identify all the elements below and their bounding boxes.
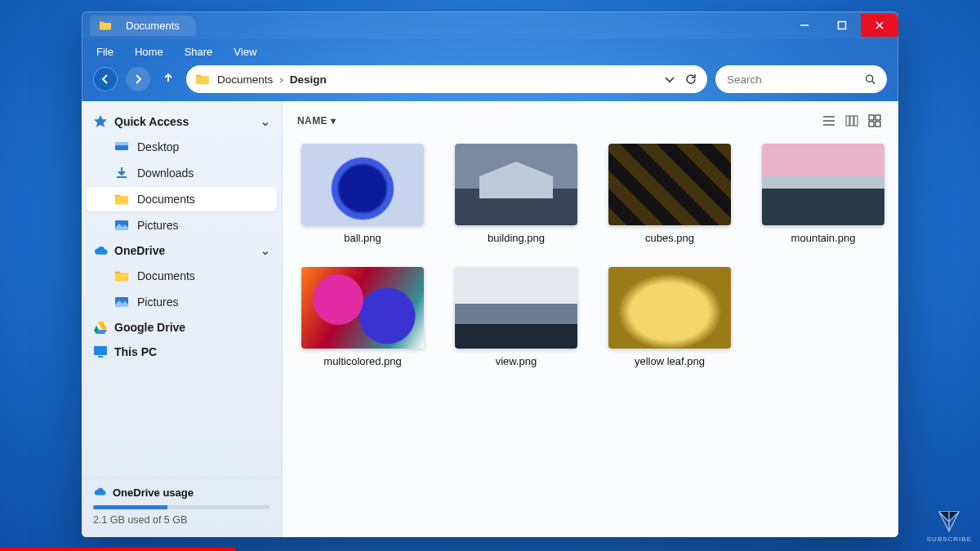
video-progress-bar[interactable] (0, 548, 235, 551)
menubar: File Home Share View (82, 39, 898, 64)
file-item[interactable]: ball.png (297, 144, 428, 244)
svg-rect-12 (875, 115, 880, 120)
window-title: Documents (126, 20, 180, 32)
file-name: mountain.png (791, 232, 856, 244)
sidebar: Quick Access ⌄ Desktop Downloads Documen… (82, 101, 283, 537)
sidebar-item-label: Pictures (137, 219, 179, 232)
content-header: NAME ▾ (297, 109, 884, 132)
menu-file[interactable]: File (96, 46, 114, 58)
sort-label: NAME (297, 115, 327, 127)
file-item[interactable]: mountain.png (758, 144, 889, 244)
sidebar-item-pictures[interactable]: Pictures (87, 213, 277, 238)
file-name: view.png (496, 355, 537, 367)
search-box[interactable] (715, 65, 887, 93)
sidebar-item-onedrive-documents[interactable]: Documents (87, 264, 277, 288)
channel-watermark[interactable]: SUBSCRIBE (927, 509, 972, 543)
menu-share[interactable]: Share (185, 46, 213, 58)
file-item[interactable]: cubes.png (604, 144, 735, 244)
svg-point-1 (866, 75, 873, 82)
file-thumbnail (301, 267, 424, 349)
svg-rect-8 (846, 116, 849, 126)
file-item[interactable]: multicolored.png (297, 267, 428, 367)
window-title-tab[interactable]: Documents (90, 16, 196, 36)
sidebar-item-google-drive[interactable]: Google Drive (82, 315, 282, 340)
sidebar-item-this-pc[interactable]: This PC (82, 340, 282, 364)
svg-rect-11 (869, 115, 874, 120)
maximize-button[interactable] (823, 14, 861, 37)
chevron-down-icon[interactable]: ⌄ (261, 244, 270, 257)
svg-rect-9 (850, 116, 853, 126)
file-name: ball.png (344, 232, 381, 244)
minimize-button[interactable] (786, 14, 823, 37)
file-thumbnail (455, 144, 577, 225)
file-grid: ball.png building.png cubes.png mountain… (297, 132, 884, 367)
sidebar-item-downloads[interactable]: Downloads (87, 161, 277, 185)
monitor-icon (93, 344, 108, 359)
file-name: yellow leaf.png (635, 355, 705, 367)
file-thumbnail (455, 267, 577, 349)
usage-text: 2.1 GB used of 5 GB (93, 514, 270, 526)
file-thumbnail (762, 144, 884, 225)
nav-forward-button[interactable] (126, 67, 150, 91)
file-thumbnail (608, 144, 731, 225)
sidebar-item-label: Documents (137, 269, 195, 282)
content-area: NAME ▾ ball.png building.png cubes.png m… (283, 101, 898, 537)
sidebar-group-onedrive[interactable]: OneDrive ⌄ (82, 238, 282, 263)
download-icon (114, 166, 129, 180)
breadcrumb-leaf[interactable]: Design (290, 73, 327, 86)
arrow-right-icon (131, 73, 145, 86)
file-thumbnail (608, 267, 731, 349)
breadcrumb-root[interactable]: Documents (217, 73, 273, 86)
watermark-label: SUBSCRIBE (927, 535, 972, 543)
cloud-icon (93, 243, 108, 258)
refresh-icon[interactable] (684, 73, 697, 86)
search-input[interactable] (727, 73, 865, 86)
svg-rect-0 (839, 22, 846, 29)
menu-home[interactable]: Home (135, 46, 163, 58)
svg-rect-10 (854, 116, 858, 126)
sort-by-name[interactable]: NAME ▾ (297, 115, 336, 127)
view-grid-button[interactable] (866, 113, 884, 129)
explorer-body: Quick Access ⌄ Desktop Downloads Documen… (82, 101, 898, 537)
chevron-right-icon: › (279, 73, 283, 86)
svg-rect-14 (875, 122, 880, 127)
close-button[interactable] (861, 14, 898, 37)
cloud-icon (93, 487, 106, 499)
sidebar-label: Quick Access (114, 115, 189, 128)
sidebar-item-label: Pictures (137, 295, 179, 309)
file-explorer-window: Documents File Home Share View Documents… (82, 11, 898, 537)
sidebar-label: This PC (114, 345, 157, 358)
sidebar-footer: OneDrive usage 2.1 GB used of 5 GB (82, 478, 282, 537)
arrow-up-icon (162, 71, 175, 84)
chevron-down-icon[interactable] (663, 73, 676, 86)
svg-rect-6 (94, 346, 107, 355)
svg-rect-3 (115, 142, 128, 145)
view-list-button[interactable] (820, 113, 838, 129)
sidebar-item-label: Desktop (137, 140, 179, 153)
sidebar-group-quick-access[interactable]: Quick Access ⌄ (82, 109, 282, 134)
sidebar-item-onedrive-pictures[interactable]: Pictures (87, 290, 277, 314)
sort-descending-icon: ▾ (331, 115, 336, 127)
folder-icon (114, 269, 129, 283)
google-drive-icon (93, 320, 108, 335)
chevron-down-icon[interactable]: ⌄ (261, 115, 270, 128)
menu-view[interactable]: View (234, 46, 256, 58)
file-item[interactable]: building.png (451, 144, 581, 244)
view-columns-button[interactable] (843, 113, 861, 129)
svg-rect-7 (98, 356, 103, 358)
star-icon (93, 114, 108, 129)
sidebar-item-documents[interactable]: Documents (87, 187, 277, 211)
file-name: building.png (488, 232, 545, 244)
sidebar-label: OneDrive (114, 244, 165, 257)
pictures-icon (114, 295, 129, 309)
file-thumbnail (301, 144, 424, 225)
file-name: multicolored.png (323, 355, 401, 367)
folder-icon (194, 73, 211, 86)
nav-up-button[interactable] (158, 71, 178, 87)
sidebar-item-desktop[interactable]: Desktop (87, 135, 277, 159)
nav-back-button[interactable] (93, 67, 118, 91)
address-bar[interactable]: Documents › Design (186, 65, 707, 93)
file-item[interactable]: view.png (451, 267, 581, 367)
file-item[interactable]: yellow leaf.png (604, 267, 735, 367)
titlebar: Documents (82, 11, 898, 39)
